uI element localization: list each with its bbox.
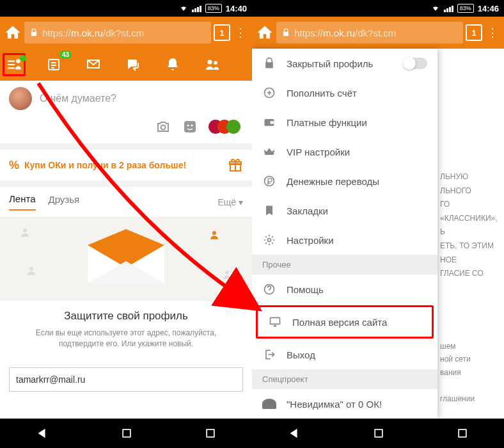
tab-more[interactable]: Ещё ▾	[217, 197, 243, 207]
avatar[interactable]	[9, 87, 32, 110]
drawer-item-label: Помощь	[287, 284, 324, 295]
url-box[interactable]: https://m.ok.ru/dk?st.cm	[276, 22, 463, 44]
messages-button[interactable]	[82, 53, 105, 76]
url-scheme: https://	[42, 28, 71, 38]
svg-rect-27	[459, 429, 466, 437]
drawer-item-label: "Невидимка" от 0 ОК!	[287, 399, 382, 410]
drawer-item-label: VIP настройки	[287, 147, 350, 157]
lock-icon	[262, 56, 276, 70]
tab-druzya[interactable]: Друзья	[49, 194, 80, 210]
home-icon[interactable]	[4, 24, 22, 42]
url-scheme: https://	[294, 28, 323, 38]
drawer-transfers[interactable]: Денежные переводы	[252, 166, 437, 196]
envelope-icon	[75, 226, 177, 292]
back-icon[interactable]	[35, 426, 49, 440]
svg-rect-25	[271, 317, 280, 324]
color-dots-icon[interactable]	[209, 120, 240, 134]
drawer-paid[interactable]: Платные функции	[252, 108, 437, 137]
gift-icon	[228, 157, 243, 173]
svg-rect-21	[271, 121, 274, 124]
bg-text-lower: шем ной сети вания глашении	[440, 340, 498, 405]
browser-bar: https://m.ok.ru/dk?st.cm 1 ⋮	[252, 17, 504, 49]
url-box[interactable]: https://m.ok.ru/dk?st.cm	[24, 22, 211, 44]
drawer-vip[interactable]: VIP настройки	[252, 137, 437, 166]
phone-left: 83% 14:40 https://m.ok.ru/dk?st.cm 1 ⋮ 4…	[0, 0, 252, 448]
home-nav-icon[interactable]	[372, 427, 385, 440]
recents-icon[interactable]	[204, 427, 217, 440]
tabs-button[interactable]: 1	[214, 24, 230, 41]
drawer-section-other: Прочее	[252, 255, 437, 275]
wifi-icon	[179, 4, 188, 12]
svg-point-3	[214, 61, 217, 65]
statusbar: 83% 14:40	[0, 0, 252, 17]
drawer-section-spec: Спецпроект	[252, 369, 437, 389]
camera-icon[interactable]	[155, 119, 171, 134]
exit-icon	[262, 348, 276, 362]
kebab-menu-icon[interactable]: ⋮	[233, 26, 248, 40]
svg-point-22	[265, 177, 274, 186]
svg-point-4	[161, 125, 166, 130]
sticker-icon[interactable]	[182, 119, 198, 134]
svg-rect-5	[184, 121, 196, 132]
svg-point-11	[29, 267, 33, 271]
android-navbar	[0, 419, 252, 448]
drawer-item-label: Пополнить счёт	[287, 88, 357, 99]
protect-banner	[0, 218, 252, 301]
battery-icon: 83%	[457, 4, 474, 13]
feed-badge: 43	[59, 51, 72, 59]
url-path: /dk?st.cm	[355, 28, 396, 38]
drawer-invisible[interactable]: "Невидимка" от 0 ОК!	[252, 389, 437, 419]
url-host: m.ok.ru	[71, 28, 103, 38]
svg-rect-26	[375, 429, 382, 437]
email-field[interactable]: tamarkrr@mail.ru	[9, 367, 243, 392]
svg-point-2	[208, 60, 212, 65]
wifi-icon	[431, 4, 440, 12]
svg-rect-18	[207, 429, 214, 437]
wallet-icon	[262, 115, 276, 129]
kebab-menu-icon[interactable]: ⋮	[485, 26, 500, 40]
tabs-button[interactable]: 1	[466, 24, 482, 41]
drawer-item-label: Выход	[287, 349, 315, 360]
drawer-exit[interactable]: Выход	[252, 340, 437, 369]
feed-button[interactable]: 43	[42, 53, 65, 76]
drawer-help[interactable]: Помощь	[252, 275, 437, 304]
drawer-settings[interactable]: Настройки	[252, 225, 437, 255]
gear-icon	[262, 233, 276, 247]
tab-lenta[interactable]: Лента	[9, 193, 36, 211]
compose-row[interactable]: О чём думаете?	[0, 81, 252, 116]
drawer-bookmarks[interactable]: Закладки	[252, 196, 437, 225]
drawer-menu: Закрытый профиль Пополнить счёт Платные …	[252, 49, 437, 419]
drawer-item-label: Настройки	[287, 235, 334, 246]
discussions-button[interactable]	[122, 53, 145, 76]
phone-right: 83% 14:46 https://m.ok.ru/dk?st.cm 1 ⋮ Л…	[252, 0, 504, 448]
home-nav-icon[interactable]	[120, 427, 133, 440]
url-host: m.ok.ru	[323, 28, 355, 38]
home-icon[interactable]	[256, 24, 274, 42]
protect-desc: Если вы еще используете этот адрес, пожа…	[13, 328, 239, 349]
android-navbar	[252, 419, 504, 448]
svg-point-6	[187, 125, 189, 127]
monitor-icon	[268, 315, 282, 329]
toggle-switch[interactable]	[404, 58, 427, 69]
recents-icon[interactable]	[456, 427, 469, 440]
help-icon	[262, 282, 276, 296]
online-dot-icon	[20, 55, 26, 61]
drawer-fullsite[interactable]: Полная версия сайта	[256, 305, 434, 339]
bg-text-upper: ЛЬНУЮ ЛЬНОГО ГО «КЛАССНИКИ», Ь ЕТЬ, ТО Э…	[440, 170, 498, 281]
back-icon[interactable]	[287, 426, 301, 440]
svg-point-7	[191, 125, 193, 127]
notifications-button[interactable]	[161, 53, 184, 76]
clock: 14:40	[226, 4, 247, 13]
drawer-topup[interactable]: Пополнить счёт	[252, 78, 437, 108]
url-path: /dk?st.cm	[103, 28, 144, 38]
drawer-item-label: Полная версия сайта	[292, 317, 387, 328]
ruble-icon	[262, 174, 276, 188]
signal-icon	[192, 4, 201, 12]
promo-banner[interactable]: % Купи ОКи и получи в 2 раза больше!	[0, 150, 252, 180]
svg-rect-17	[123, 429, 130, 437]
friends-button[interactable]	[201, 53, 224, 76]
menu-button[interactable]	[3, 53, 26, 76]
drawer-private-profile[interactable]: Закрытый профиль	[252, 49, 437, 78]
browser-bar: https://m.ok.ru/dk?st.cm 1 ⋮	[0, 17, 252, 49]
feed-tabs: Лента Друзья Ещё ▾	[0, 187, 252, 218]
